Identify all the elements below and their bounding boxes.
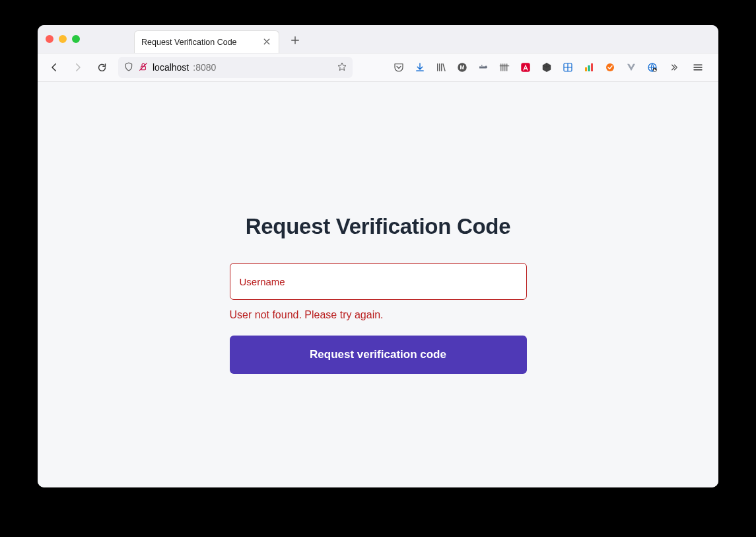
verification-form: Request Verification Code Username User … (230, 214, 527, 374)
window-fullscreen-button[interactable] (72, 35, 80, 43)
extension-grid-lines-icon[interactable] (498, 61, 511, 74)
downloads-icon[interactable] (413, 61, 427, 74)
extension-medium-icon[interactable]: M (456, 61, 469, 74)
tab-title: Request Verification Code (141, 38, 261, 47)
svg-rect-5 (585, 67, 587, 71)
error-message: User not found. Please try again. (230, 309, 527, 321)
extension-globe-icon[interactable] (646, 61, 659, 74)
request-code-button[interactable]: Request verification code (230, 336, 527, 374)
url-host: localhost (153, 62, 189, 73)
extension-circle-icon[interactable] (603, 61, 617, 74)
extension-cube-icon[interactable] (540, 61, 553, 74)
extension-angular-icon[interactable] (519, 61, 532, 74)
window-controls (46, 35, 80, 43)
pocket-icon[interactable] (392, 61, 405, 74)
svg-rect-12 (654, 70, 656, 71)
svg-rect-6 (588, 65, 590, 71)
back-button[interactable] (44, 57, 64, 77)
svg-text:M: M (460, 65, 465, 71)
tab-bar: Request Verification Code (38, 25, 718, 53)
extension-chart-icon[interactable] (582, 61, 596, 74)
svg-rect-3 (521, 63, 530, 72)
shield-icon[interactable] (123, 61, 134, 74)
extensions-row: M (357, 57, 712, 77)
address-bar[interactable]: localhost:8080 (118, 57, 353, 78)
reload-button[interactable] (92, 57, 112, 77)
library-icon[interactable] (434, 61, 448, 74)
bookmark-star-icon[interactable] (337, 61, 347, 74)
overflow-icon[interactable] (667, 61, 680, 74)
close-tab-icon[interactable] (261, 37, 272, 48)
url-port: :8080 (193, 62, 216, 73)
page-title: Request Verification Code (230, 214, 527, 239)
browser-tab[interactable]: Request Verification Code (134, 30, 279, 53)
window-minimize-button[interactable] (59, 35, 67, 43)
window-close-button[interactable] (46, 35, 53, 43)
username-label: Username (240, 276, 285, 287)
forward-button[interactable] (68, 57, 88, 77)
page-content: Request Verification Code Username User … (38, 82, 718, 487)
username-field[interactable]: Username (230, 263, 527, 300)
new-tab-button[interactable] (286, 31, 304, 50)
browser-toolbar: localhost:8080 M (38, 53, 718, 82)
extension-grid-icon[interactable] (561, 61, 574, 74)
insecure-lock-icon[interactable] (138, 61, 149, 74)
svg-point-8 (606, 63, 614, 71)
svg-rect-7 (591, 63, 593, 71)
extension-vue-icon[interactable] (625, 61, 638, 74)
app-menu-button[interactable] (688, 57, 708, 77)
browser-window: Request Verification Code (38, 25, 718, 487)
extension-docker-icon[interactable] (477, 61, 490, 74)
